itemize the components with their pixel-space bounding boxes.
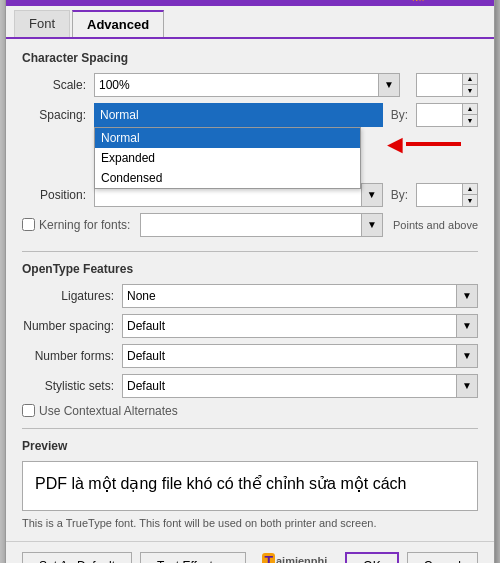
red-arrow-container: ◄ xyxy=(382,129,461,160)
close-button[interactable]: ✕ xyxy=(463,0,484,3)
logo-top: T aimienphi .vn xyxy=(352,0,424,3)
red-arrow-icon: ◄ xyxy=(382,129,408,160)
spacing-spin-up[interactable]: ▲ xyxy=(463,104,477,115)
opentype-section: OpenType Features Ligatures: None ▼ Numb… xyxy=(22,251,478,418)
scale-spin-up[interactable]: ▲ xyxy=(463,74,477,85)
footer-right: T aimienphi .vn OK Cancel xyxy=(262,552,478,564)
scale-select[interactable]: 100% xyxy=(94,73,400,97)
ligatures-select[interactable]: None xyxy=(122,284,478,308)
position-spinner-input[interactable] xyxy=(417,184,463,206)
ligatures-select-wrapper: None ▼ xyxy=(122,284,478,308)
stylistic-label: Stylistic sets: xyxy=(22,379,122,393)
spacing-spin-down[interactable]: ▼ xyxy=(463,115,477,126)
position-label: Position: xyxy=(22,188,94,202)
kerning-checkbox[interactable] xyxy=(22,218,35,231)
kerning-label: Kerning for fonts: xyxy=(39,218,130,232)
font-dialog: Font T aimienphi .vn ? ✕ Font Advanced C… xyxy=(5,0,495,563)
dropdown-item-condensed[interactable]: Condensed xyxy=(95,168,360,188)
tab-font[interactable]: Font xyxy=(14,10,70,37)
spacing-spinner-arrows: ▲ ▼ xyxy=(463,104,477,126)
title-controls: T aimienphi .vn ? ✕ xyxy=(352,0,484,3)
scale-row: Scale: 100% ▼ ▲ ▼ xyxy=(22,73,478,97)
number-forms-select[interactable]: Default xyxy=(122,344,478,368)
logo-bottom: T aimienphi .vn xyxy=(262,553,327,564)
tab-bar: Font Advanced xyxy=(6,6,494,39)
preview-section: Preview PDF là một dạng file khó có thể … xyxy=(22,428,478,529)
scale-spin-down[interactable]: ▼ xyxy=(463,85,477,96)
kerning-pts-select[interactable] xyxy=(140,213,383,237)
divider-1 xyxy=(22,251,478,252)
number-spacing-select[interactable]: Default xyxy=(122,314,478,338)
divider-2 xyxy=(22,428,478,429)
kerning-checkbox-label: Kerning for fonts: xyxy=(22,218,130,232)
preview-note: This is a TrueType font. This font will … xyxy=(22,517,478,529)
cancel-button[interactable]: Cancel xyxy=(407,552,478,564)
set-default-button[interactable]: Set As Default xyxy=(22,552,132,564)
number-spacing-row: Number spacing: Default ▼ xyxy=(22,314,478,338)
ok-button[interactable]: OK xyxy=(345,552,398,564)
position-spinner-arrows: ▲ ▼ xyxy=(463,184,477,206)
stylistic-row: Stylistic sets: Default ▼ xyxy=(22,374,478,398)
number-spacing-select-wrapper: Default ▼ xyxy=(122,314,478,338)
kerning-pts-label: Points and above xyxy=(393,219,478,231)
dialog-content: Character Spacing Scale: 100% ▼ ▲ ▼ xyxy=(6,39,494,541)
spacing-by-group: By: ▲ ▼ xyxy=(391,103,478,127)
spacing-spinner: ▲ ▼ xyxy=(416,103,478,127)
stylistic-select[interactable]: Default xyxy=(122,374,478,398)
number-forms-row: Number forms: Default ▼ xyxy=(22,344,478,368)
spacing-selected-text: Normal xyxy=(100,108,139,122)
position-spin-down[interactable]: ▼ xyxy=(463,195,477,206)
dropdown-item-expanded[interactable]: Expanded xyxy=(95,148,360,168)
footer-left: Set As Default Text Effects... xyxy=(22,552,246,564)
number-spacing-label: Number spacing: xyxy=(22,319,122,333)
character-spacing-label: Character Spacing xyxy=(22,51,478,65)
dialog-footer: Set As Default Text Effects... T aimienp… xyxy=(6,541,494,564)
opentype-label: OpenType Features xyxy=(22,262,478,276)
contextual-row: Use Contextual Alternates xyxy=(22,404,478,418)
scale-spinner-arrows: ▲ ▼ xyxy=(463,74,477,96)
scale-by-group: ▲ ▼ xyxy=(408,73,478,97)
red-arrow-line xyxy=(406,142,461,146)
ligatures-row: Ligatures: None ▼ xyxy=(22,284,478,308)
ligatures-label: Ligatures: xyxy=(22,289,122,303)
stylistic-select-wrapper: Default ▼ xyxy=(122,374,478,398)
kerning-pts-wrapper: ▼ xyxy=(140,213,383,237)
dropdown-item-normal[interactable]: Normal xyxy=(95,128,360,148)
spacing-selected[interactable]: Normal xyxy=(94,103,383,127)
position-by-label: By: xyxy=(391,188,408,202)
spacing-row: Spacing: Normal Normal Expanded Condense… xyxy=(22,103,478,127)
preview-box: PDF là một dạng file khó có thể chỉnh sử… xyxy=(22,461,478,511)
scale-label: Scale: xyxy=(22,78,94,92)
position-spin-up[interactable]: ▲ xyxy=(463,184,477,195)
contextual-label: Use Contextual Alternates xyxy=(39,404,178,418)
spacing-select-wrapper: Normal Normal Expanded Condensed ◄ xyxy=(94,103,383,127)
preview-label: Preview xyxy=(22,439,478,453)
preview-text: PDF là một dạng file khó có thể chỉnh sử… xyxy=(35,475,406,492)
spacing-label: Spacing: xyxy=(22,108,94,122)
help-button[interactable]: ? xyxy=(440,0,457,3)
spacing-spinner-input[interactable] xyxy=(417,104,463,126)
position-spinner: ▲ ▼ xyxy=(416,183,478,207)
scale-spinner-input[interactable] xyxy=(417,74,463,96)
tab-advanced[interactable]: Advanced xyxy=(72,10,164,37)
number-forms-select-wrapper: Default ▼ xyxy=(122,344,478,368)
scale-select-wrapper: 100% ▼ xyxy=(94,73,400,97)
logo-t2-icon: T xyxy=(262,553,275,564)
number-forms-label: Number forms: xyxy=(22,349,122,363)
contextual-checkbox-label: Use Contextual Alternates xyxy=(22,404,178,418)
spacing-by-label: By: xyxy=(391,108,408,122)
text-effects-button[interactable]: Text Effects... xyxy=(140,552,246,564)
logo-vn: .vn xyxy=(412,0,424,3)
position-by-group: By: ▲ ▼ xyxy=(391,183,478,207)
contextual-checkbox[interactable] xyxy=(22,404,35,417)
kerning-row: Kerning for fonts: ▼ Points and above xyxy=(22,213,478,237)
logo-name2: aimienphi xyxy=(276,555,327,564)
spacing-dropdown: Normal Expanded Condensed xyxy=(94,127,361,189)
scale-spinner: ▲ ▼ xyxy=(416,73,478,97)
